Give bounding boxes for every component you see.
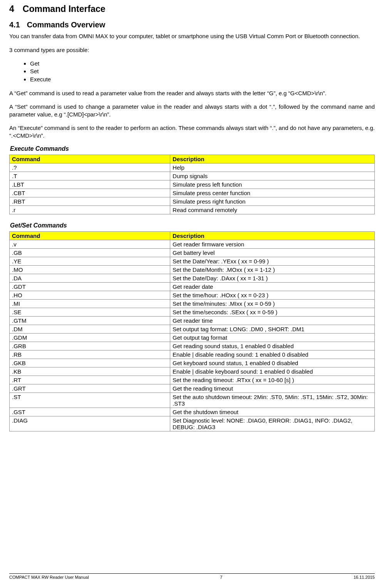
table-cell: .KB (10, 367, 170, 376)
table-row: .GKBGet keyboard sound status, 1 enabled… (10, 359, 375, 367)
table-cell: .v (10, 240, 170, 249)
footer-center: 7 (220, 575, 222, 580)
table-row: .MISet the time/minutes: .MIxx ( xx = 0-… (10, 300, 375, 308)
table-cell: Simulate press center function (170, 189, 375, 197)
table-cell: .GST (10, 408, 170, 416)
table-cell: Read command remotely (170, 206, 375, 214)
table-cell: Get the shutdown timeout (170, 408, 375, 416)
table-row: .YESet the Date/Year: .YExx ( xx = 0-99 … (10, 257, 375, 266)
table-cell: .GKB (10, 359, 170, 367)
table-row: .RTSet the reading timeout: .RTxx ( xx =… (10, 376, 375, 384)
table-title: Execute Commands (10, 145, 375, 152)
table-cell: .ST (10, 393, 170, 408)
table-row: .vGet reader firmware version (10, 240, 375, 249)
table-header: Command (10, 232, 170, 240)
table-cell: .MO (10, 266, 170, 274)
body-paragraph: A “Get” command is used to read a parame… (9, 89, 375, 97)
table-cell: Set the Date/Year: .YExx ( xx = 0-99 ) (170, 257, 375, 266)
execute-commands-block: Execute Commands Command Description .?H… (9, 145, 375, 214)
table-cell: Get reader time (170, 317, 375, 325)
subsection-title: Commands Overview (27, 20, 105, 29)
table-row: .LBTSimulate press left function (10, 180, 375, 189)
section-heading: 4Command Interface (9, 4, 375, 14)
table-cell: .CBT (10, 189, 170, 197)
body-paragraph: 3 command types are possible: (9, 46, 375, 54)
list-item: Execute (30, 76, 375, 83)
table-cell: Get the reading timeout (170, 384, 375, 393)
table-cell: Set the Date/Day: .DAxx ( xx = 1-31 ) (170, 274, 375, 283)
table-row: .GDTGet reader date (10, 283, 375, 291)
table-cell: Set the time/hour: .HOxx ( xx = 0-23 ) (170, 291, 375, 300)
section-title: Command Interface (23, 4, 106, 14)
table-cell: .LBT (10, 180, 170, 189)
table-cell: .DA (10, 274, 170, 283)
table-cell: Simulate press right function (170, 197, 375, 206)
table-cell: Dump signals (170, 172, 375, 180)
table-cell: Set the Date/Month: .MOxx ( xx = 1-12 ) (170, 266, 375, 274)
footer-left: COMPACT MAX RW Reader User Manual (9, 575, 89, 580)
table-cell: .r (10, 206, 170, 214)
table-row: .GBGet battery level (10, 249, 375, 257)
subsection-heading: 4.1Commands Overview (9, 20, 375, 29)
table-row: .DIAGSet Diagnostic level: NONE: .DIAG0,… (10, 416, 375, 431)
table-cell: Enable | disable reading sound: 1 enable… (170, 350, 375, 359)
table-cell: Set the time/minutes: .MIxx ( xx = 0-59 … (170, 300, 375, 308)
table-cell: .? (10, 163, 170, 172)
table-cell: .GTM (10, 317, 170, 325)
body-paragraph: You can transfer data from OMNI MAX to y… (9, 32, 375, 40)
table-cell: .GB (10, 249, 170, 257)
getset-commands-table: Command Description .vGet reader firmwar… (9, 231, 375, 431)
body-paragraph: An “Execute” command is sent to the read… (9, 124, 375, 139)
table-cell: Set the auto shutdown timeout: 2Min: .ST… (170, 393, 375, 408)
table-cell: .T (10, 172, 170, 180)
table-cell: Get reader date (170, 283, 375, 291)
bullet-list: Get Set Execute (9, 60, 375, 83)
table-cell: Simulate press left function (170, 180, 375, 189)
page-footer: COMPACT MAX RW Reader User Manual 7 16.1… (9, 573, 375, 580)
table-row: .rRead command remotely (10, 206, 375, 214)
table-cell: .DM (10, 325, 170, 334)
body-paragraph: A “Set” command is used to change a para… (9, 103, 375, 118)
table-cell: Enable | disable keyboard sound: 1 enabl… (170, 367, 375, 376)
table-row: .RBEnable | disable reading sound: 1 ena… (10, 350, 375, 359)
table-cell: .RT (10, 376, 170, 384)
table-cell: .GDT (10, 283, 170, 291)
table-cell: .YE (10, 257, 170, 266)
table-header: Command (10, 155, 170, 163)
table-row: .KBEnable | disable keyboard sound: 1 en… (10, 367, 375, 376)
table-row: .DASet the Date/Day: .DAxx ( xx = 1-31 ) (10, 274, 375, 283)
table-row: .TDump signals (10, 172, 375, 180)
table-cell: Set the reading timeout: .RTxx ( xx = 10… (170, 376, 375, 384)
subsection-number: 4.1 (9, 20, 20, 29)
table-row: .GRBGet reading sound status, 1 enabled … (10, 342, 375, 350)
table-row: .HOSet the time/hour: .HOxx ( xx = 0-23 … (10, 291, 375, 300)
table-cell: .GDM (10, 334, 170, 342)
table-row: .GDMGet output tag format (10, 334, 375, 342)
table-cell: Set output tag format: LONG: .DM0 , SHOR… (170, 325, 375, 334)
table-row: .STSet the auto shutdown timeout: 2Min: … (10, 393, 375, 408)
table-cell: .GRT (10, 384, 170, 393)
table-header: Description (170, 155, 375, 163)
table-row: .CBTSimulate press center function (10, 189, 375, 197)
table-cell: .SE (10, 308, 170, 317)
list-item: Set (30, 67, 375, 75)
table-cell: Help (170, 163, 375, 172)
footer-right: 16.11.2015 (354, 575, 375, 580)
table-cell: Get reader firmware version (170, 240, 375, 249)
table-row: .GTMGet reader time (10, 317, 375, 325)
table-cell: Set the time/seconds: .SExx ( xx = 0-59 … (170, 308, 375, 317)
table-cell: .MI (10, 300, 170, 308)
table-cell: Get output tag format (170, 334, 375, 342)
table-cell: Get keyboard sound status, 1 enabled 0 d… (170, 359, 375, 367)
list-item: Get (30, 60, 375, 67)
table-cell: .HO (10, 291, 170, 300)
table-cell: Set Diagnostic level: NONE: .DIAG0, ERRO… (170, 416, 375, 431)
table-cell: .RBT (10, 197, 170, 206)
table-cell: .GRB (10, 342, 170, 350)
table-row: .MOSet the Date/Month: .MOxx ( xx = 1-12… (10, 266, 375, 274)
table-row: .RBTSimulate press right function (10, 197, 375, 206)
table-cell: Get battery level (170, 249, 375, 257)
table-row: .GSTGet the shutdown timeout (10, 408, 375, 416)
section-number: 4 (9, 4, 14, 14)
table-row: .GRTGet the reading timeout (10, 384, 375, 393)
